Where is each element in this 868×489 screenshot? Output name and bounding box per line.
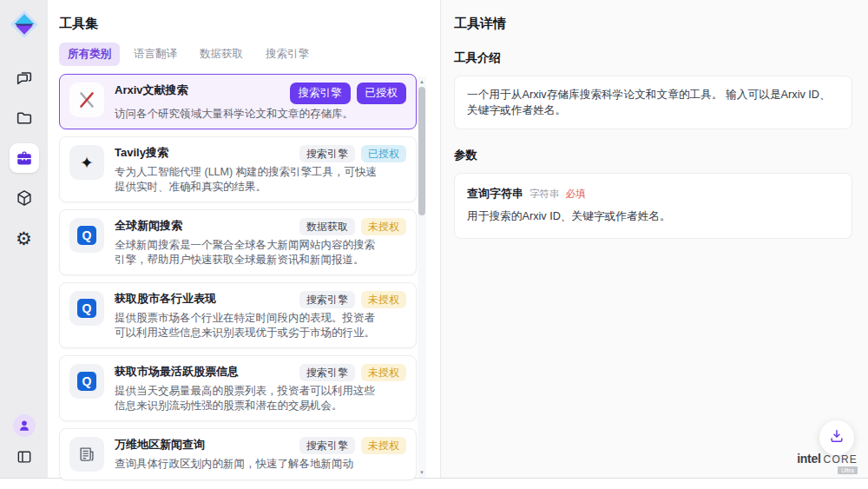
scrollbar-thumb[interactable] (418, 87, 425, 215)
tool-card-body: 获取市场最活跃股票信息搜索引擎未授权提供当天交易量最高的股票列表，投资者可以利用… (115, 364, 406, 413)
tab-search-engine[interactable]: 搜索引擎 (257, 43, 318, 66)
tool-description: 访问各个研究领域大量科学论文和文章的存储库。 (115, 107, 379, 122)
auth-status-badge: 已授权 (361, 145, 406, 162)
parameter-description: 用于搜索的Arxiv ID、关键字或作者姓名。 (467, 209, 839, 224)
tool-card-body: 获取股市各行业表现搜索引擎未授权提供股票市场各个行业在特定时间段内的表现。投资者… (115, 291, 406, 340)
profile-avatar[interactable] (13, 414, 36, 437)
download-icon (828, 427, 845, 448)
tool-badges: 搜索引擎未授权 (299, 437, 406, 454)
tool-card[interactable]: Q全球新闻搜索数据获取未授权全球新闻搜索是一个聚合全球各大新闻网站内容的搜索引擎… (59, 209, 417, 275)
auth-status-badge: 未授权 (361, 218, 406, 235)
tool-card-body: 全球新闻搜索数据获取未授权全球新闻搜索是一个聚合全球各大新闻网站内容的搜索引擎，… (115, 218, 406, 267)
list-scrollbar[interactable]: ▲ ▼ (418, 76, 426, 478)
tool-card-header: Arxiv文献搜索搜索引擎已授权 (115, 83, 406, 104)
tool-description: 专为人工智能代理 (LLM) 构建的搜索引擎工具，可快速提供实时、准确和真实的结… (115, 165, 379, 194)
scroll-up-button[interactable]: ▲ (418, 78, 426, 85)
tools-panel-title: 工具集 (59, 16, 440, 32)
params-heading: 参数 (454, 148, 852, 163)
tool-title: Tavily搜索 (115, 145, 168, 160)
tool-description: 查询具体行政区划内的新闻，快速了解各地新闻动 (115, 457, 379, 472)
tool-card-list: Arxiv文献搜索搜索引擎已授权访问各个研究领域大量科学论文和文章的存储库。✦T… (59, 74, 417, 480)
gear-icon: ⚙ (16, 229, 32, 248)
sidebar-nav: ⚙ (10, 63, 39, 253)
tool-card[interactable]: 万维地区新闻查询搜索引擎未授权查询具体行政区划内的新闻，快速了解各地新闻动 (59, 428, 417, 480)
intel-core-logo: intel CORE Ultra (797, 452, 858, 474)
juhe-q-icon: Q (69, 291, 104, 326)
tab-data-fetch[interactable]: 数据获取 (191, 43, 252, 66)
user-avatar-icon (17, 419, 31, 433)
tool-badges: 搜索引擎未授权 (299, 364, 406, 381)
brand-diamond-logo (10, 10, 39, 39)
category-badge: 搜索引擎 (299, 364, 355, 381)
auth-status-badge: 未授权 (361, 437, 406, 454)
tool-card[interactable]: Arxiv文献搜索搜索引擎已授权访问各个研究领域大量科学论文和文章的存储库。 (59, 74, 417, 129)
tavily-star-icon: ✦ (69, 145, 104, 180)
parameter-item: 查询字符串 字符串 必填 用于搜索的Arxiv ID、关键字或作者姓名。 (454, 173, 852, 239)
tool-title: 全球新闻搜索 (115, 218, 182, 233)
tool-description: 提供股票市场各个行业在特定时间段内的表现。投资者可以利用这些信息来识别表现优于或… (115, 311, 379, 340)
tool-card-body: 万维地区新闻查询搜索引擎未授权查询具体行政区划内的新闻，快速了解各地新闻动 (115, 437, 406, 472)
tool-description: 提供当天交易量最高的股票列表，投资者可以利用这些信息来识别流动性强的股票和潜在的… (115, 384, 379, 413)
parameter-required-flag: 必填 (566, 188, 586, 201)
tool-title: 万维地区新闻查询 (115, 437, 205, 452)
sidebar-item-models[interactable] (10, 183, 39, 213)
intro-heading: 工具介绍 (454, 50, 852, 66)
tool-badges: 搜索引擎已授权 (299, 145, 406, 162)
tab-language-translation[interactable]: 语言翻译 (125, 43, 186, 66)
parameter-name: 查询字符串 (467, 186, 523, 202)
sidebar-item-settings[interactable]: ⚙ (10, 223, 39, 253)
scroll-down-button[interactable]: ▼ (418, 469, 426, 476)
tool-card[interactable]: ✦Tavily搜索搜索引擎已授权专为人工智能代理 (LLM) 构建的搜索引擎工具… (59, 136, 417, 202)
tool-title: Arxiv文献搜索 (115, 83, 188, 97)
sidebar: ⚙ (0, 0, 48, 478)
cube-icon (15, 188, 34, 208)
intel-brand-text: intel (797, 452, 820, 466)
tool-title: 获取股市各行业表现 (115, 291, 216, 306)
tools-panel: 工具集 所有类别语言翻译数据获取搜索引擎 Arxiv文献搜索搜索引擎已授权访问各… (48, 0, 441, 478)
newspaper-icon (69, 437, 104, 472)
arxiv-x-icon (69, 83, 104, 117)
juhe-q-icon: Q (69, 218, 104, 253)
category-badge: 搜索引擎 (299, 145, 355, 162)
intro-text-box: 一个用于从Arxiv存储库搜索科学论文和文章的工具。 输入可以是Arxiv ID… (454, 76, 852, 129)
category-badge: 搜索引擎 (299, 291, 355, 308)
tool-card-header: 获取股市各行业表现搜索引擎未授权 (115, 291, 406, 308)
tool-card-header: 万维地区新闻查询搜索引擎未授权 (115, 437, 406, 454)
sidebar-bottom (12, 414, 36, 469)
tool-card[interactable]: Q获取股市各行业表现搜索引擎未授权提供股票市场各个行业在特定时间段内的表现。投资… (59, 282, 417, 348)
tool-title: 获取市场最活跃股票信息 (115, 364, 239, 379)
download-button[interactable] (819, 420, 854, 455)
tab-all-categories[interactable]: 所有类别 (59, 43, 120, 66)
tool-badges: 搜索引擎已授权 (290, 83, 407, 104)
tool-card-body: Tavily搜索搜索引擎已授权专为人工智能代理 (LLM) 构建的搜索引擎工具，… (115, 145, 406, 194)
chat-icon (15, 69, 34, 88)
auth-status-badge: 未授权 (361, 364, 406, 381)
intel-product-text: CORE (824, 453, 858, 466)
tool-card-body: Arxiv文献搜索搜索引擎已授权访问各个研究领域大量科学论文和文章的存储库。 (115, 83, 406, 121)
auth-status-badge: 已授权 (357, 83, 407, 104)
tool-card-header: Tavily搜索搜索引擎已授权 (115, 145, 406, 162)
tool-badges: 搜索引擎未授权 (299, 291, 406, 308)
category-badge: 数据获取 (299, 218, 355, 235)
sidebar-item-chat[interactable] (10, 63, 39, 93)
sidebar-collapse-button[interactable] (12, 445, 36, 469)
sidebar-item-tools[interactable] (10, 143, 39, 173)
app-window: ⚙ 工具集 所有类别语言翻译数据获取搜索引擎 Arxiv文献搜索搜索引擎已授权访… (0, 0, 868, 479)
toolbox-icon (15, 149, 34, 168)
screen: ⚙ 工具集 所有类别语言翻译数据获取搜索引擎 Arxiv文献搜索搜索引擎已授权访… (0, 0, 868, 489)
parameter-header: 查询字符串 字符串 必填 (467, 186, 839, 202)
tool-description: 全球新闻搜索是一个聚合全球各大新闻网站内容的搜索引擎，帮助用户快速获取全球最新资… (115, 238, 379, 267)
tool-card[interactable]: Q获取市场最活跃股票信息搜索引擎未授权提供当天交易量最高的股票列表，投资者可以利… (59, 355, 417, 421)
category-badge: 搜索引擎 (290, 83, 351, 104)
panel-toggle-icon (16, 448, 33, 466)
auth-status-badge: 未授权 (361, 291, 406, 308)
category-badge: 搜索引擎 (299, 437, 355, 454)
details-title: 工具详情 (454, 16, 852, 32)
parameter-type: 字符串 (529, 188, 560, 201)
category-tabs: 所有类别语言翻译数据获取搜索引擎 (59, 43, 440, 66)
juhe-q-icon: Q (69, 364, 104, 399)
sidebar-item-files[interactable] (10, 103, 39, 133)
folder-icon (15, 109, 34, 128)
intel-ultra-badge: Ultra (838, 466, 858, 474)
tool-details-panel: 工具详情 工具介绍 一个用于从Arxiv存储库搜索科学论文和文章的工具。 输入可… (441, 0, 868, 478)
